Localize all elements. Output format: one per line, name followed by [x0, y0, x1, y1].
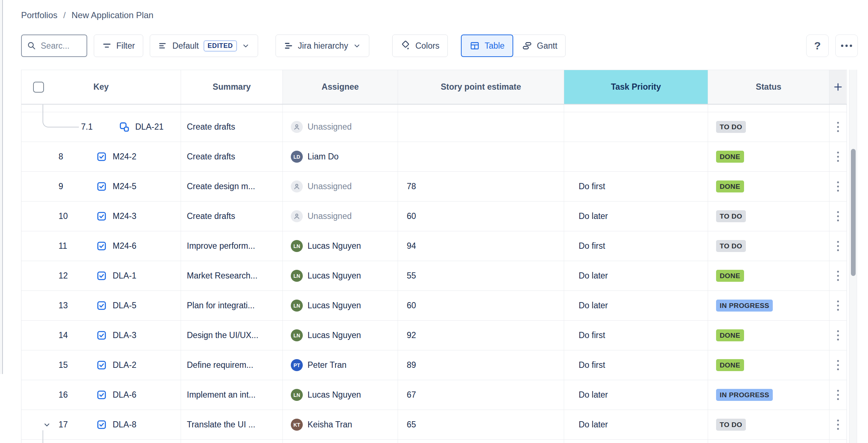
priority-cell[interactable]: Do later	[564, 410, 708, 439]
select-all-checkbox[interactable]	[33, 82, 44, 93]
collapse-chevron-icon[interactable]	[43, 420, 51, 429]
more-options-icon[interactable]	[836, 121, 840, 133]
summary-cell[interactable]: Define requirem...	[181, 350, 283, 380]
more-options-icon[interactable]	[836, 210, 840, 222]
key-cell[interactable]: 13DLA-5	[21, 291, 181, 320]
vertical-scrollbar-thumb[interactable]	[851, 149, 856, 276]
more-options-icon[interactable]	[836, 180, 840, 192]
story-points-cell[interactable]: 78	[398, 172, 564, 201]
key-cell[interactable]: 12DLA-1	[21, 261, 181, 290]
assignee-cell[interactable]: LNLucas Nguyen	[283, 380, 398, 410]
more-options-icon[interactable]	[836, 419, 840, 431]
status-cell[interactable]: TO DO	[708, 440, 829, 443]
issue-key[interactable]: DLA-3	[113, 330, 136, 340]
search-input[interactable]	[40, 41, 82, 51]
summary-cell[interactable]: Create drafts	[181, 142, 283, 171]
colors-button[interactable]: Colors	[392, 34, 448, 57]
key-cell[interactable]: 17DLA-8	[21, 410, 181, 439]
status-cell[interactable]: IN PROGRESS	[708, 380, 829, 410]
assignee-cell[interactable]: Unassigned	[283, 112, 398, 142]
story-points-cell[interactable]: 65	[398, 410, 564, 439]
priority-cell[interactable]: Do first	[564, 350, 708, 380]
issue-key[interactable]: DLA-2	[113, 360, 136, 370]
key-cell[interactable]: 9M24-5	[21, 172, 181, 201]
row-menu-cell[interactable]	[829, 410, 846, 439]
filter-button[interactable]: Filter	[94, 34, 143, 57]
row-menu-cell[interactable]	[829, 380, 846, 410]
table-view-toggle[interactable]: Table	[461, 34, 513, 57]
issue-key[interactable]: M24-3	[113, 211, 136, 221]
story-points-cell[interactable]: 60	[398, 291, 564, 320]
assignee-column-header[interactable]: Assignee	[283, 70, 398, 104]
assignee-cell[interactable]: LNLucas Nguyen	[283, 291, 398, 320]
more-options-icon[interactable]	[836, 359, 840, 371]
more-options-icon[interactable]	[836, 151, 840, 163]
priority-cell[interactable]: Do later	[564, 202, 708, 231]
key-cell[interactable]: 16DLA-6	[21, 380, 181, 410]
priority-cell[interactable]: Do later	[564, 291, 708, 320]
summary-column-header[interactable]: Summary	[181, 70, 283, 104]
issue-key[interactable]: M24-5	[113, 182, 136, 191]
key-cell[interactable]: 17.1DLA-22	[21, 440, 181, 443]
key-cell[interactable]: 10M24-3	[21, 202, 181, 231]
issue-key[interactable]: M24-2	[113, 152, 136, 162]
row-menu-cell[interactable]	[829, 440, 846, 443]
story-points-cell[interactable]	[398, 440, 564, 443]
add-column-button[interactable]	[829, 70, 846, 104]
story-points-cell[interactable]	[398, 112, 564, 142]
assignee-cell[interactable]: KTKeisha Tran	[283, 410, 398, 439]
assignee-cell[interactable]: PTPeter Tran	[283, 350, 398, 380]
summary-cell[interactable]: Plan for integrati...	[181, 291, 283, 320]
issue-key[interactable]: M24-6	[113, 241, 136, 251]
issue-key[interactable]: DLA-5	[113, 301, 136, 310]
status-cell[interactable]: TO DO	[708, 410, 829, 439]
story-points-cell[interactable]	[398, 142, 564, 171]
summary-cell[interactable]: Market Research...	[181, 261, 283, 290]
story-points-cell[interactable]: 94	[398, 231, 564, 261]
story-points-cell[interactable]: 55	[398, 261, 564, 290]
sidebar-resize-divider[interactable]	[2, 0, 3, 374]
story-points-cell[interactable]: 60	[398, 202, 564, 231]
issue-key[interactable]: DLA-21	[135, 122, 164, 132]
row-menu-cell[interactable]	[829, 321, 846, 350]
row-menu-cell[interactable]	[829, 350, 846, 380]
issue-key[interactable]: DLA-6	[113, 390, 136, 400]
priority-cell[interactable]: Do later	[564, 261, 708, 290]
summary-cell[interactable]: new sub-bebeb...	[181, 440, 283, 443]
vertical-scrollbar-track[interactable]	[849, 70, 857, 443]
status-cell[interactable]: DONE	[708, 172, 829, 201]
priority-cell[interactable]	[564, 112, 708, 142]
assignee-cell[interactable]: LDLiam Do	[283, 142, 398, 171]
status-cell[interactable]: TO DO	[708, 202, 829, 231]
more-options-icon[interactable]	[836, 329, 840, 341]
row-menu-cell[interactable]	[829, 112, 846, 142]
key-cell[interactable]: 15DLA-2	[21, 350, 181, 380]
priority-cell[interactable]: Do first	[564, 172, 708, 201]
row-menu-cell[interactable]	[829, 261, 846, 290]
issue-key[interactable]: DLA-8	[113, 420, 136, 430]
key-cell[interactable]: 14DLA-3	[21, 321, 181, 350]
status-cell[interactable]: DONE	[708, 350, 829, 380]
priority-cell[interactable]: Do first	[564, 231, 708, 261]
hierarchy-dropdown[interactable]: Jira hierarchy	[276, 34, 369, 57]
row-menu-cell[interactable]	[829, 202, 846, 231]
more-options-icon[interactable]	[836, 389, 840, 401]
row-menu-cell[interactable]	[829, 172, 846, 201]
status-cell[interactable]: DONE	[708, 142, 829, 171]
key-cell[interactable]: 11M24-6	[21, 231, 181, 261]
status-cell[interactable]: DONE	[708, 321, 829, 350]
priority-cell[interactable]	[564, 142, 708, 171]
story-points-cell[interactable]: 89	[398, 350, 564, 380]
status-column-header[interactable]: Status	[708, 70, 829, 104]
key-column-header[interactable]: Key	[21, 70, 181, 104]
issue-key[interactable]: DLA-1	[113, 271, 136, 281]
assignee-cell[interactable]: Unassigned	[283, 440, 398, 443]
search-input-wrapper[interactable]	[21, 34, 87, 57]
summary-cell[interactable]: Implement an int...	[181, 380, 283, 410]
summary-cell[interactable]: Create drafts	[181, 112, 283, 142]
more-options-icon[interactable]	[836, 240, 840, 252]
view-settings-dropdown[interactable]: Default EDITED	[150, 34, 258, 57]
breadcrumb-portfolios-link[interactable]: Portfolios	[21, 10, 57, 20]
summary-cell[interactable]: Design the UI/UX...	[181, 321, 283, 350]
more-options-icon[interactable]	[836, 270, 840, 282]
